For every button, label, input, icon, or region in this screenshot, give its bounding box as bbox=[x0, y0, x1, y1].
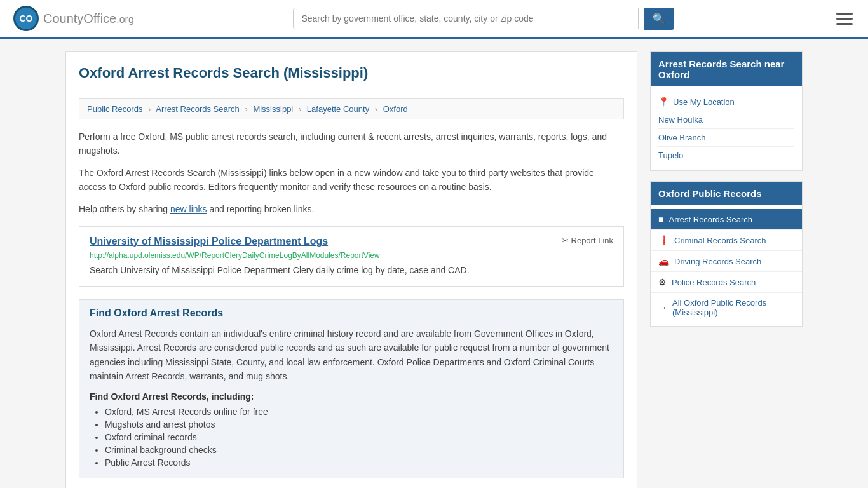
sidebar-item-police-records[interactable]: ⚙ Police Records Search bbox=[651, 272, 802, 293]
nearby-item-new-houlka[interactable]: New Houlka bbox=[658, 111, 794, 129]
list-item: Mugshots and arrest photos bbox=[105, 419, 613, 430]
find-including-title: Find Oxford Arrest Records, including: bbox=[90, 391, 613, 402]
nearby-link-olive-branch[interactable]: Olive Branch bbox=[658, 133, 705, 142]
breadcrumb: Public Records › Arrest Records Search ›… bbox=[79, 98, 624, 119]
breadcrumb-link-arrest-records[interactable]: Arrest Records Search bbox=[156, 104, 240, 114]
sidebar-public-section: Oxford Public Records ■ Arrest Records S… bbox=[650, 181, 803, 327]
sidebar-nearby-header: Arrest Records Search near Oxford bbox=[651, 52, 802, 86]
arrest-records-icon: ■ bbox=[658, 214, 663, 224]
find-title: Find Oxford Arrest Records bbox=[90, 308, 613, 319]
search-input[interactable] bbox=[293, 8, 639, 29]
breadcrumb-separator: › bbox=[299, 104, 301, 114]
find-body: Oxford Arrest Records contain an individ… bbox=[90, 327, 613, 384]
use-my-location-link[interactable]: Use My Location bbox=[673, 97, 735, 107]
sidebar: Arrest Records Search near Oxford 📍 Use … bbox=[650, 51, 803, 488]
find-list: Oxford, MS Arrest Records online for fre… bbox=[90, 407, 613, 468]
arrest-records-link[interactable]: Arrest Records Search bbox=[668, 215, 752, 224]
report-link-button[interactable]: ✂ Report Link bbox=[562, 236, 613, 245]
criminal-records-link[interactable]: Criminal Records Search bbox=[674, 236, 766, 245]
report-link-icon: ✂ bbox=[562, 236, 569, 245]
location-pin-icon: 📍 bbox=[658, 97, 669, 107]
sidebar-nearby-list: 📍 Use My Location New Houlka Olive Branc… bbox=[651, 86, 802, 170]
list-item: Oxford criminal records bbox=[105, 432, 613, 442]
all-records-arrow-icon: → bbox=[658, 302, 667, 313]
breadcrumb-link-lafayette-county[interactable]: Lafayette County bbox=[307, 104, 369, 114]
logo-text: CountyOffice.org bbox=[43, 11, 134, 26]
main-layout: Oxford Arrest Records Search (Mississipp… bbox=[53, 51, 815, 488]
police-records-icon: ⚙ bbox=[658, 277, 667, 287]
sidebar-nearby-section: Arrest Records Search near Oxford 📍 Use … bbox=[650, 51, 803, 171]
description-3-prefix: Help others by sharing bbox=[79, 204, 170, 214]
nearby-item-location[interactable]: 📍 Use My Location bbox=[658, 93, 794, 111]
search-area: 🔍 bbox=[293, 8, 674, 30]
breadcrumb-link-public-records[interactable]: Public Records bbox=[87, 104, 142, 114]
page-title: Oxford Arrest Records Search (Mississipp… bbox=[79, 65, 624, 88]
description-3-suffix: and reporting broken links. bbox=[207, 204, 315, 214]
logo-area[interactable]: CO CountyOffice.org bbox=[13, 5, 134, 32]
resource-description: Search University of Mississippi Police … bbox=[90, 264, 613, 277]
nearby-link-tupelo[interactable]: Tupelo bbox=[658, 151, 683, 160]
driving-records-icon: 🚗 bbox=[658, 256, 669, 266]
nearby-link-new-houlka[interactable]: New Houlka bbox=[658, 115, 703, 125]
nearby-item-tupelo[interactable]: Tupelo bbox=[658, 147, 794, 164]
sidebar-item-all-public-records[interactable]: → All Oxford Public Records (Mississippi… bbox=[651, 293, 802, 322]
report-link-label: Report Link bbox=[571, 236, 613, 245]
sidebar-item-arrest-records[interactable]: ■ Arrest Records Search bbox=[651, 209, 802, 230]
resource-url: http://alpha.upd.olemiss.edu/WP/ReportCl… bbox=[90, 251, 613, 260]
list-item: Public Arrest Records bbox=[105, 458, 613, 468]
hamburger-icon-line bbox=[836, 23, 853, 25]
search-button[interactable]: 🔍 bbox=[644, 8, 674, 30]
logo-tld: .org bbox=[116, 14, 134, 25]
hamburger-icon-line bbox=[836, 13, 853, 15]
description-paragraph-2: The Oxford Arrest Records Search (Missis… bbox=[79, 166, 624, 194]
hamburger-icon-line bbox=[836, 18, 853, 20]
new-links-link[interactable]: new links bbox=[170, 204, 207, 214]
breadcrumb-separator: › bbox=[148, 104, 151, 114]
sidebar-item-driving-records[interactable]: 🚗 Driving Records Search bbox=[651, 251, 802, 272]
logo-icon: CO bbox=[13, 5, 39, 32]
description-paragraph-1: Perform a free Oxford, MS public arrest … bbox=[79, 130, 624, 158]
sidebar-public-header: Oxford Public Records bbox=[651, 182, 802, 205]
description-paragraph-3: Help others by sharing new links and rep… bbox=[79, 202, 624, 216]
main-content: Oxford Arrest Records Search (Mississipp… bbox=[65, 51, 637, 488]
all-public-records-link[interactable]: All Oxford Public Records (Mississippi) bbox=[672, 298, 794, 317]
breadcrumb-separator: › bbox=[245, 104, 247, 114]
criminal-records-icon: ❗ bbox=[658, 235, 669, 245]
header: CO CountyOffice.org 🔍 bbox=[0, 0, 868, 39]
breadcrumb-link-oxford[interactable]: Oxford bbox=[383, 104, 408, 114]
hamburger-menu-button[interactable] bbox=[834, 10, 855, 27]
breadcrumb-link-mississippi[interactable]: Mississippi bbox=[253, 104, 293, 114]
list-item: Criminal background checks bbox=[105, 445, 613, 455]
logo-brand: CountyOffice bbox=[43, 11, 116, 25]
sidebar-item-criminal-records[interactable]: ❗ Criminal Records Search bbox=[651, 230, 802, 251]
sidebar-public-list: ■ Arrest Records Search ❗ Criminal Recor… bbox=[651, 205, 802, 326]
resource-card: University of Mississippi Police Departm… bbox=[79, 226, 624, 287]
resource-header: University of Mississippi Police Departm… bbox=[90, 236, 613, 247]
find-section: Find Oxford Arrest Records Oxford Arrest… bbox=[79, 299, 624, 478]
svg-text:CO: CO bbox=[20, 13, 33, 24]
search-icon: 🔍 bbox=[653, 13, 665, 24]
police-records-link[interactable]: Police Records Search bbox=[672, 278, 756, 287]
list-item: Oxford, MS Arrest Records online for fre… bbox=[105, 407, 613, 417]
driving-records-link[interactable]: Driving Records Search bbox=[674, 257, 761, 266]
nearby-item-olive-branch[interactable]: Olive Branch bbox=[658, 129, 794, 147]
resource-title-link[interactable]: University of Mississippi Police Departm… bbox=[90, 236, 328, 247]
breadcrumb-separator: › bbox=[375, 104, 377, 114]
